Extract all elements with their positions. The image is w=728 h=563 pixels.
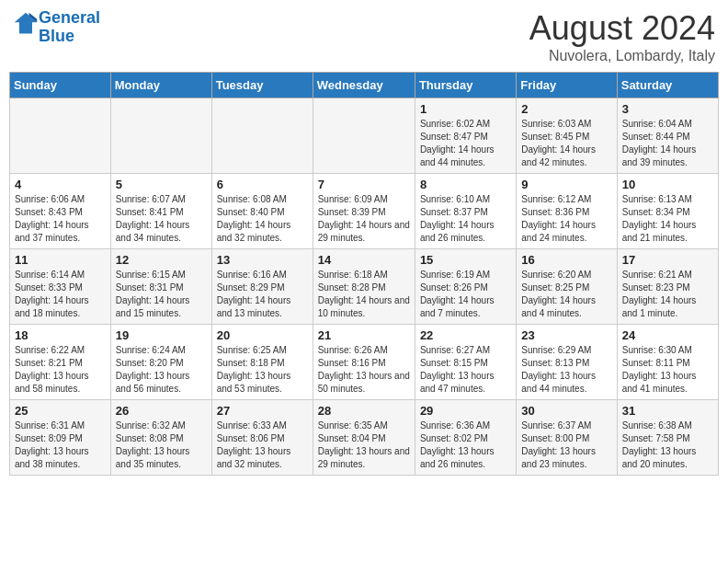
day-info: Sunrise: 6:25 AM Sunset: 8:18 PM Dayligh… <box>217 344 308 396</box>
day-info: Sunrise: 6:04 AM Sunset: 8:44 PM Dayligh… <box>622 118 713 169</box>
logo: General Blue <box>13 9 100 46</box>
calendar-cell: 2Sunrise: 6:03 AM Sunset: 8:45 PM Daylig… <box>517 98 617 174</box>
calendar-cell: 17Sunrise: 6:21 AM Sunset: 8:23 PM Dayli… <box>617 249 718 325</box>
calendar-cell <box>10 98 111 174</box>
day-info: Sunrise: 6:03 AM Sunset: 8:45 PM Dayligh… <box>521 118 611 169</box>
day-info: Sunrise: 6:35 AM Sunset: 8:04 PM Dayligh… <box>318 419 410 471</box>
title-block: August 2024 Nuvolera, Lombardy, Italy <box>529 9 715 64</box>
calendar-cell: 3Sunrise: 6:04 AM Sunset: 8:44 PM Daylig… <box>617 98 718 174</box>
calendar-cell: 21Sunrise: 6:26 AM Sunset: 8:16 PM Dayli… <box>313 325 415 400</box>
location: Nuvolera, Lombardy, Italy <box>529 48 715 64</box>
day-info: Sunrise: 6:29 AM Sunset: 8:13 PM Dayligh… <box>521 344 611 396</box>
day-number: 9 <box>521 178 611 191</box>
day-number: 18 <box>15 328 106 342</box>
calendar-header-row: SundayMondayTuesdayWednesdayThursdayFrid… <box>10 73 719 98</box>
day-number: 4 <box>15 178 106 191</box>
calendar-cell: 27Sunrise: 6:33 AM Sunset: 8:06 PM Dayli… <box>211 400 313 476</box>
day-number: 12 <box>116 253 207 267</box>
calendar-cell: 28Sunrise: 6:35 AM Sunset: 8:04 PM Dayli… <box>313 400 415 476</box>
calendar-week-row: 11Sunrise: 6:14 AM Sunset: 8:33 PM Dayli… <box>10 249 719 325</box>
day-info: Sunrise: 6:06 AM Sunset: 8:43 PM Dayligh… <box>15 193 106 245</box>
calendar-cell: 31Sunrise: 6:38 AM Sunset: 7:58 PM Dayli… <box>617 400 718 476</box>
header-wednesday: Wednesday <box>313 73 415 98</box>
calendar-cell: 12Sunrise: 6:15 AM Sunset: 8:31 PM Dayli… <box>110 249 211 325</box>
day-info: Sunrise: 6:22 AM Sunset: 8:21 PM Dayligh… <box>15 344 106 396</box>
month-year: August 2024 <box>529 9 715 48</box>
day-number: 3 <box>622 102 713 116</box>
day-number: 15 <box>420 253 511 267</box>
day-info: Sunrise: 6:20 AM Sunset: 8:25 PM Dayligh… <box>521 269 611 320</box>
calendar-cell: 9Sunrise: 6:12 AM Sunset: 8:36 PM Daylig… <box>517 174 617 249</box>
header-thursday: Thursday <box>415 73 516 98</box>
day-info: Sunrise: 6:18 AM Sunset: 8:28 PM Dayligh… <box>318 269 410 320</box>
day-number: 27 <box>217 404 308 418</box>
calendar-cell: 13Sunrise: 6:16 AM Sunset: 8:29 PM Dayli… <box>211 249 313 325</box>
day-number: 17 <box>622 253 713 267</box>
calendar-cell: 4Sunrise: 6:06 AM Sunset: 8:43 PM Daylig… <box>10 174 111 249</box>
day-number: 2 <box>521 102 611 116</box>
day-info: Sunrise: 6:02 AM Sunset: 8:47 PM Dayligh… <box>420 118 511 169</box>
calendar-cell: 6Sunrise: 6:08 AM Sunset: 8:40 PM Daylig… <box>211 174 313 249</box>
calendar-cell: 10Sunrise: 6:13 AM Sunset: 8:34 PM Dayli… <box>617 174 718 249</box>
day-info: Sunrise: 6:12 AM Sunset: 8:36 PM Dayligh… <box>521 193 611 245</box>
header-friday: Friday <box>517 73 617 98</box>
calendar-cell: 22Sunrise: 6:27 AM Sunset: 8:15 PM Dayli… <box>415 325 516 400</box>
day-info: Sunrise: 6:08 AM Sunset: 8:40 PM Dayligh… <box>217 193 308 245</box>
page-header: General Blue August 2024 Nuvolera, Lomba… <box>9 9 719 64</box>
day-info: Sunrise: 6:38 AM Sunset: 7:58 PM Dayligh… <box>622 419 713 471</box>
calendar-cell: 18Sunrise: 6:22 AM Sunset: 8:21 PM Dayli… <box>10 325 111 400</box>
calendar-table: SundayMondayTuesdayWednesdayThursdayFrid… <box>9 72 719 476</box>
day-number: 28 <box>318 404 410 418</box>
svg-marker-0 <box>15 13 38 34</box>
day-number: 21 <box>318 328 410 342</box>
day-info: Sunrise: 6:09 AM Sunset: 8:39 PM Dayligh… <box>318 193 410 245</box>
calendar-week-row: 25Sunrise: 6:31 AM Sunset: 8:09 PM Dayli… <box>10 400 719 476</box>
day-number: 26 <box>116 404 207 418</box>
day-number: 1 <box>420 102 511 116</box>
day-number: 30 <box>521 404 611 418</box>
day-number: 14 <box>318 253 410 267</box>
calendar-cell: 19Sunrise: 6:24 AM Sunset: 8:20 PM Dayli… <box>110 325 211 400</box>
calendar-cell: 5Sunrise: 6:07 AM Sunset: 8:41 PM Daylig… <box>110 174 211 249</box>
calendar-cell: 16Sunrise: 6:20 AM Sunset: 8:25 PM Dayli… <box>517 249 617 325</box>
logo-icon <box>13 11 39 37</box>
day-number: 11 <box>15 253 106 267</box>
day-number: 10 <box>622 178 713 191</box>
day-info: Sunrise: 6:27 AM Sunset: 8:15 PM Dayligh… <box>420 344 511 396</box>
calendar-week-row: 18Sunrise: 6:22 AM Sunset: 8:21 PM Dayli… <box>10 325 719 400</box>
day-info: Sunrise: 6:21 AM Sunset: 8:23 PM Dayligh… <box>622 269 713 320</box>
calendar-week-row: 1Sunrise: 6:02 AM Sunset: 8:47 PM Daylig… <box>10 98 719 174</box>
day-info: Sunrise: 6:32 AM Sunset: 8:08 PM Dayligh… <box>116 419 207 471</box>
day-info: Sunrise: 6:16 AM Sunset: 8:29 PM Dayligh… <box>217 269 308 320</box>
day-number: 6 <box>217 178 308 191</box>
logo-text: General Blue <box>39 9 100 46</box>
calendar-cell: 11Sunrise: 6:14 AM Sunset: 8:33 PM Dayli… <box>10 249 111 325</box>
day-number: 29 <box>420 404 511 418</box>
day-info: Sunrise: 6:37 AM Sunset: 8:00 PM Dayligh… <box>521 419 611 471</box>
day-number: 16 <box>521 253 611 267</box>
calendar-cell: 14Sunrise: 6:18 AM Sunset: 8:28 PM Dayli… <box>313 249 415 325</box>
calendar-cell <box>211 98 313 174</box>
calendar-cell: 29Sunrise: 6:36 AM Sunset: 8:02 PM Dayli… <box>415 400 516 476</box>
calendar-cell: 20Sunrise: 6:25 AM Sunset: 8:18 PM Dayli… <box>211 325 313 400</box>
day-number: 22 <box>420 328 511 342</box>
header-monday: Monday <box>110 73 211 98</box>
calendar-cell <box>110 98 211 174</box>
day-number: 25 <box>15 404 106 418</box>
day-number: 24 <box>622 328 713 342</box>
calendar-cell: 30Sunrise: 6:37 AM Sunset: 8:00 PM Dayli… <box>517 400 617 476</box>
day-info: Sunrise: 6:31 AM Sunset: 8:09 PM Dayligh… <box>15 419 106 471</box>
day-info: Sunrise: 6:30 AM Sunset: 8:11 PM Dayligh… <box>622 344 713 396</box>
calendar-week-row: 4Sunrise: 6:06 AM Sunset: 8:43 PM Daylig… <box>10 174 719 249</box>
calendar-cell <box>313 98 415 174</box>
calendar-cell: 7Sunrise: 6:09 AM Sunset: 8:39 PM Daylig… <box>313 174 415 249</box>
day-info: Sunrise: 6:33 AM Sunset: 8:06 PM Dayligh… <box>217 419 308 471</box>
day-info: Sunrise: 6:15 AM Sunset: 8:31 PM Dayligh… <box>116 269 207 320</box>
day-number: 23 <box>521 328 611 342</box>
day-info: Sunrise: 6:36 AM Sunset: 8:02 PM Dayligh… <box>420 419 511 471</box>
day-number: 20 <box>217 328 308 342</box>
day-info: Sunrise: 6:10 AM Sunset: 8:37 PM Dayligh… <box>420 193 511 245</box>
calendar-cell: 15Sunrise: 6:19 AM Sunset: 8:26 PM Dayli… <box>415 249 516 325</box>
day-info: Sunrise: 6:13 AM Sunset: 8:34 PM Dayligh… <box>622 193 713 245</box>
calendar-cell: 23Sunrise: 6:29 AM Sunset: 8:13 PM Dayli… <box>517 325 617 400</box>
